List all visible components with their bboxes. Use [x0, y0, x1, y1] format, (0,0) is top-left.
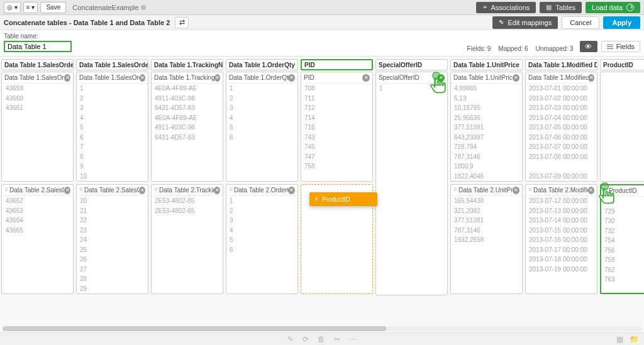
associations-icon: ⚭ [482, 4, 487, 11]
mapping-stats: Fields: 9 Mapped: 6 Unmapped: 3 [467, 45, 574, 52]
more-icon[interactable]: ⋯ [349, 335, 357, 344]
load-data-button[interactable]: Load data [586, 2, 640, 13]
refresh-icon[interactable]: ⟳ [303, 335, 309, 344]
remove-field-icon[interactable]: ✕ [288, 74, 295, 82]
preview-toggle[interactable]: 👁 [580, 41, 597, 52]
remove-field-icon[interactable]: ✕ [437, 74, 445, 82]
apply-button[interactable]: Apply [603, 16, 640, 29]
field-name[interactable]: Data Table 1.SalesOrderID [4, 74, 64, 81]
page-title: Concatenate tables - Data Table 1 and Da… [4, 19, 170, 26]
doc-name: ConcatenateExample [72, 4, 146, 11]
pencil-icon: ✎ [499, 19, 504, 26]
col-header-orderqty[interactable]: Data Table 1.OrderQty [226, 59, 298, 70]
compass-icon[interactable]: ◎ ▾ [4, 2, 21, 13]
cancel-button[interactable]: Cancel [562, 16, 599, 29]
table-row: 43660 [2, 94, 73, 104]
swap-icon[interactable]: ⇄ [175, 17, 189, 28]
remove-field-icon[interactable]: ✕ [588, 187, 594, 194]
remove-field-icon[interactable]: ✕ [513, 74, 519, 82]
remove-field-icon[interactable]: ✕ [64, 187, 70, 194]
table-row: 43659 [2, 84, 73, 94]
table-name-input[interactable] [4, 41, 72, 52]
cut-icon[interactable]: ✂ [334, 335, 340, 344]
remove-field-icon[interactable]: ✕ [64, 74, 70, 82]
col-header-salesorderid[interactable]: Data Table 1.SalesOrderID [1, 59, 74, 70]
remove-field-icon[interactable]: ✕ [288, 187, 295, 194]
edit-icon[interactable]: ✎ [287, 335, 294, 344]
nav-dot-icon [141, 5, 146, 10]
fields-icon [607, 43, 613, 50]
col-header-modified[interactable]: Data Table 1.Modified Date [525, 59, 597, 70]
tables-button[interactable]: ▦Tables [540, 2, 582, 13]
tables-icon: ▦ [546, 4, 552, 11]
col-header-specialoffer[interactable]: SpecialOfferID [375, 59, 448, 70]
fields-button[interactable]: Fields [601, 41, 640, 52]
col-header-salesorderdetail[interactable]: Data Table 1.SalesOrderDeta... [76, 59, 148, 70]
col-header-productid[interactable]: ProductID [600, 59, 644, 70]
remove-field-icon[interactable]: ✕ [139, 187, 145, 194]
remove-field-icon[interactable]: ✕ [214, 187, 220, 194]
edit-mappings-button[interactable]: ✎Edit mappings [492, 16, 558, 29]
save-button[interactable]: Save [40, 2, 66, 13]
field-name[interactable]: Data Table 2.SalesOrd... [9, 187, 64, 194]
remove-field-icon[interactable]: ✕ [140, 74, 145, 82]
grip-icon: ⠿ [314, 197, 318, 202]
grip-icon[interactable]: ⠿ [4, 187, 8, 193]
folder-icon[interactable]: 📁 [630, 335, 639, 344]
remove-field-icon[interactable]: ✕ [362, 74, 370, 82]
table-name-label: Table name: [4, 33, 72, 40]
delete-icon[interactable]: 🗑 [318, 335, 325, 344]
table-row: 43661 [2, 103, 73, 113]
table-view-icon[interactable]: ▦ [616, 335, 623, 344]
remove-field-icon[interactable]: ✕ [214, 74, 220, 82]
play-icon [626, 4, 634, 11]
bottom-toolbar: ✎ ⟳ 🗑 ✂ ⋯ ▦ 📁 [0, 332, 644, 345]
remove-field-icon[interactable]: ✕ [588, 74, 594, 82]
dragging-field-chip[interactable]: ⠿ ProductID [309, 192, 377, 206]
col-header-pid[interactable]: PID [301, 59, 373, 70]
remove-field-icon[interactable]: ✕ [513, 187, 519, 194]
col-header-tracking[interactable]: Data Table 1.TrackingNumber [151, 59, 223, 70]
associations-button[interactable]: ⚭Associations [476, 2, 536, 13]
col-header-unitprice[interactable]: Data Table 1.UnitPrice [450, 59, 523, 70]
horizontal-scrollbar[interactable] [3, 326, 641, 331]
list-icon[interactable]: ≡ ▾ [23, 2, 38, 13]
